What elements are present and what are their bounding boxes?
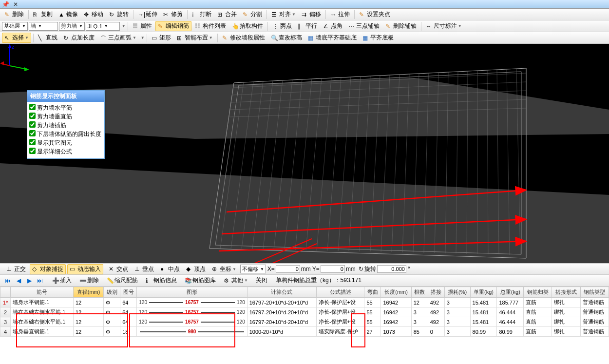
close-icon[interactable]: ✕	[13, 1, 18, 8]
cell[interactable]: Φ	[104, 307, 120, 317]
cell[interactable]: 墙身水平钢筋.1	[11, 298, 74, 307]
rotate-button[interactable]: ↻旋转	[107, 9, 131, 19]
mirror-button[interactable]: ▲镜像	[56, 9, 80, 19]
delete-button[interactable]: ✎删除	[2, 9, 26, 19]
x-input[interactable]	[276, 265, 300, 273]
cross-button[interactable]: ✕交点	[106, 264, 131, 274]
column-header[interactable]: 总重(kg)	[497, 287, 524, 298]
cell[interactable]: 直筋	[524, 327, 552, 337]
mid-button[interactable]: ●中点	[158, 264, 182, 274]
cell[interactable]: 85	[411, 327, 428, 337]
barinfo-button[interactable]: ℹ钢筋信息	[143, 275, 179, 286]
other-button[interactable]: ⚙其他▼	[221, 275, 250, 286]
column-header[interactable]: 长度(mm)	[381, 287, 411, 298]
addlen-button[interactable]: ↻点加长度	[61, 33, 97, 43]
cell[interactable]: 直筋	[524, 317, 552, 327]
delete-row-button[interactable]: ➖删除	[77, 275, 101, 286]
cell[interactable]: 15.481	[470, 317, 497, 327]
cell[interactable]: 3	[411, 317, 428, 327]
merge-button[interactable]: ⊞合并	[215, 9, 239, 19]
cell[interactable]: 12	[411, 298, 428, 307]
twopoint-button[interactable]: ⋮⋮两点	[270, 21, 294, 31]
shape-cell[interactable]: 12016757120	[137, 298, 247, 307]
cell[interactable]: 净长-保护层+设	[316, 307, 364, 317]
nav-last-icon[interactable]: ⏭	[36, 277, 44, 285]
insert-button[interactable]: ➕插入	[50, 275, 74, 286]
shape-cell[interactable]: 980	[137, 327, 247, 337]
column-header[interactable]: 根数	[411, 287, 428, 298]
cell[interactable]: 15.481	[470, 298, 497, 307]
cell[interactable]: 16942	[381, 298, 411, 307]
dim-button[interactable]: ↔尺寸标注▼	[423, 21, 464, 31]
rect-button[interactable]: ▭矩形	[149, 33, 173, 43]
panel-item[interactable]: 剪力墙插筋	[29, 121, 102, 130]
column-header[interactable]: 搭接	[428, 287, 444, 298]
cell[interactable]: 12	[73, 327, 103, 337]
break-button[interactable]: ⁞打断	[190, 9, 214, 19]
cell[interactable]: 3	[444, 298, 470, 307]
panel-item[interactable]: 下层墙体纵筋的露出长度	[29, 130, 102, 138]
ortho-button[interactable]: ⊥正交	[4, 264, 28, 274]
cell[interactable]: 492	[428, 307, 444, 317]
cell[interactable]: 1073	[381, 327, 411, 337]
cell[interactable]: 18	[120, 327, 137, 337]
column-header[interactable]: 钢筋类型	[580, 287, 609, 298]
copy-button[interactable]: ⎘复制	[31, 9, 55, 19]
trim-button[interactable]: ✂修剪	[161, 9, 185, 19]
cell[interactable]: 12	[73, 298, 103, 307]
floor-combo[interactable]: 基础层▼	[2, 22, 28, 31]
cell[interactable]: 3	[444, 327, 470, 337]
cell[interactable]: 墙实际高度-保护	[316, 327, 364, 337]
rebar-display-panel[interactable]: 钢筋显示控制面板 剪力墙水平筋 剪力墙垂直筋 剪力墙插筋 下层墙体纵筋的露出长度…	[27, 90, 105, 159]
chkelev-button[interactable]: 🔍查改标高	[268, 33, 304, 43]
shape-cell[interactable]: 12016757120	[137, 317, 247, 327]
cell[interactable]: 绑扎	[552, 317, 580, 327]
cell[interactable]: 墙在基础左侧水平筋.1	[11, 307, 74, 317]
cell[interactable]: Φ	[104, 327, 120, 337]
cell[interactable]: 55	[364, 298, 381, 307]
close-table-button[interactable]: 关闭	[253, 275, 270, 286]
cell[interactable]: 16797-20+10*d-20+10*d	[247, 307, 316, 317]
pointangle-button[interactable]: ∠点角	[321, 21, 345, 31]
cell[interactable]: 12	[73, 307, 103, 317]
column-header[interactable]: 单重(kg)	[470, 287, 497, 298]
cell[interactable]: 46.444	[497, 317, 524, 327]
table-row[interactable]: 4 墙身垂直钢筋.1 12 Φ 18 980 1000-20+10*d 墙实际高…	[0, 327, 609, 337]
cell[interactable]: 净长-保护层+设	[316, 298, 364, 307]
cell[interactable]: 27	[364, 327, 381, 337]
osnap-button[interactable]: ◇对象捕捉	[30, 264, 66, 274]
cell[interactable]: 绑扎	[552, 298, 580, 307]
shape-cell[interactable]: 12016757120	[137, 307, 247, 317]
dropdown-icon[interactable]: ▼	[141, 36, 145, 40]
cell[interactable]: 3	[411, 307, 428, 317]
table-row[interactable]: 1* 墙身水平钢筋.1 12 Φ 64 12016757120 16797-20…	[0, 298, 609, 307]
wall-combo[interactable]: 墙▼	[29, 22, 58, 31]
line-button[interactable]: ╲直线	[36, 33, 60, 43]
row-number[interactable]: 3	[0, 317, 11, 327]
cell[interactable]: 55	[364, 317, 381, 327]
3d-viewport[interactable]: 钢筋显示控制面板 剪力墙水平筋 剪力墙垂直筋 剪力墙插筋 下层墙体纵筋的露出长度…	[0, 44, 609, 263]
column-header[interactable]: 搭接形式	[552, 287, 580, 298]
cell[interactable]: 直筋	[524, 307, 552, 317]
extend-button[interactable]: →|延伸	[135, 9, 160, 19]
cell[interactable]: 普通钢筋	[580, 327, 609, 337]
cell[interactable]: 64	[120, 298, 137, 307]
cell[interactable]: 46.444	[497, 307, 524, 317]
cell[interactable]: 墙在基础右侧水平筋.1	[11, 317, 74, 327]
column-header[interactable]	[0, 287, 11, 298]
column-header[interactable]: 筋号	[11, 287, 74, 298]
offset-button[interactable]: ⇉偏移	[299, 9, 324, 19]
cell[interactable]: 492	[428, 317, 444, 327]
nav-next-icon[interactable]: ▶	[25, 277, 33, 285]
cell[interactable]: 普通钢筋	[580, 307, 609, 317]
scalebar-button[interactable]: 📏缩尺配筋	[104, 275, 140, 286]
cell[interactable]: 普通钢筋	[580, 317, 609, 327]
cell[interactable]: 绑扎	[552, 307, 580, 317]
cell[interactable]: 492	[428, 298, 444, 307]
arc3-button[interactable]: ⌒三点画弧▼	[98, 33, 139, 43]
setgrip-button[interactable]: ✎设置夹点	[357, 9, 393, 19]
autoarr-button[interactable]: ⊞智能布置▼	[174, 33, 215, 43]
cell[interactable]: 185.777	[497, 298, 524, 307]
column-header[interactable]: 钢筋归类	[524, 287, 552, 298]
parallel-button[interactable]: ∥平行	[295, 21, 320, 31]
